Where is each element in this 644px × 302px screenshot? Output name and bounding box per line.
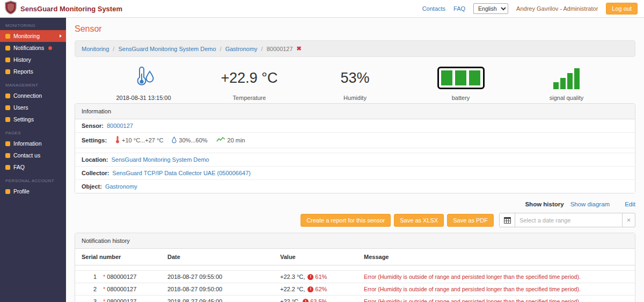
save-pdf-button[interactable]: Save as PDF <box>447 214 494 227</box>
sensor-status-row: 2018-08-31 13:15:00 +22.9 °C Temperature… <box>75 57 635 103</box>
signal-label: signal quality <box>514 95 619 101</box>
create-report-button[interactable]: Create a report for this sensor <box>301 214 391 227</box>
column-serial-number: Serial number <box>79 254 167 260</box>
settings-label: Settings: <box>82 137 107 143</box>
folder-icon <box>5 165 10 170</box>
serial-cell: *080000127 <box>103 274 167 280</box>
clear-date-icon[interactable]: × <box>623 213 635 227</box>
battery-indicator <box>437 67 485 89</box>
user-name[interactable]: Andrey Gavrilov - Administrator <box>516 5 598 12</box>
date-cell: 2018-08-27 09:45:00 <box>167 298 280 302</box>
date-range-input[interactable] <box>515 213 623 227</box>
value-cell: +22.3 °C, ! 61% <box>280 274 364 280</box>
column-date: Date <box>167 254 280 260</box>
temperature-range-setting: +10 °C...+27 °C <box>115 136 163 145</box>
message-cell: Error (Humidity is outside of range and … <box>364 274 631 280</box>
page-title: Sensor <box>75 24 635 34</box>
value-cell: +22.2 °C, ! 62% <box>280 286 364 292</box>
sidebar-item-label: History <box>13 56 31 63</box>
battery-bar <box>469 70 480 85</box>
sidebar-item-monitoring[interactable]: Monitoring <box>0 30 66 42</box>
sidebar-item-contact-us[interactable]: Contact us <box>0 149 66 161</box>
table-row[interactable]: 3 *080000127 2018-08-27 09:45:00 +22 °C,… <box>75 296 635 302</box>
contacts-link[interactable]: Contacts <box>422 5 445 12</box>
table-scroll-area[interactable]: 1 *080000127 2018-08-27 09:55:00 +22.3 °… <box>75 265 635 302</box>
sidebar-item-label: Notifications <box>13 45 44 51</box>
notification-history-panel: Notification history Serial number Date … <box>75 233 635 302</box>
calendar-icon-button[interactable] <box>499 213 515 227</box>
row-number: 1 <box>79 274 103 280</box>
object-link[interactable]: Gastronomy <box>105 183 137 190</box>
breadcrumb-demo[interactable]: SensGuard Monitoring System Demo <box>118 46 216 52</box>
status-battery-column: battery <box>408 64 514 101</box>
folder-icon <box>5 57 10 62</box>
top-bar: SensGuard Monitoring System Contacts FAQ… <box>0 0 644 18</box>
status-timestamp-column: 2018-08-31 13:15:00 <box>91 64 196 101</box>
folder-icon <box>5 141 10 146</box>
location-link[interactable]: SensGuard Monitoring System Demo <box>112 156 209 163</box>
breadcrumb-separator: / <box>261 46 263 52</box>
sidebar-item-information[interactable]: Information <box>0 138 66 149</box>
sidebar-item-profile[interactable]: Profile <box>0 185 66 197</box>
settings-row: Settings: +10 °C...+27 °C 30%...60% 20 m… <box>75 133 635 148</box>
notification-history-title: Notification history <box>75 233 635 249</box>
thermometer-icon <box>115 136 120 145</box>
sensor-id-link[interactable]: 80000127 <box>107 123 133 129</box>
sidebar-item-faq[interactable]: FAQ <box>0 161 66 173</box>
folder-icon <box>5 46 10 51</box>
faq-link[interactable]: FAQ <box>453 5 465 12</box>
sidebar-item-connection[interactable]: Connection <box>0 90 66 102</box>
folder-icon <box>5 153 10 158</box>
date-range-picker: × <box>499 213 635 227</box>
language-select[interactable]: English <box>473 3 508 14</box>
folder-icon <box>5 34 10 39</box>
sidebar-item-label: FAQ <box>13 164 25 170</box>
show-diagram-link[interactable]: Show diagram <box>570 201 610 207</box>
table-row[interactable]: 1 *080000127 2018-08-27 09:55:00 +22.3 °… <box>75 270 635 283</box>
sidebar-item-users[interactable]: Users <box>0 102 66 113</box>
status-signal-column: signal quality <box>514 64 619 101</box>
sidebar-section-management: MANAGEMENT <box>0 77 66 90</box>
breadcrumb-gastronomy[interactable]: Gastronomy <box>225 46 258 52</box>
logout-button[interactable]: Log out <box>606 3 638 15</box>
view-links-row: Show history Show diagram Edit <box>75 201 635 207</box>
information-panel-title: Information <box>75 104 635 119</box>
alert-icon: ! <box>303 299 309 302</box>
show-history-toggle[interactable]: Show history <box>525 201 564 207</box>
breadcrumb-monitoring[interactable]: Monitoring <box>82 46 109 52</box>
status-humidity-column: 53% Humidity <box>302 64 408 101</box>
alert-icon: ! <box>308 274 313 280</box>
sidebar-item-settings[interactable]: Settings <box>0 113 66 125</box>
information-panel: Information Sensor: 80000127 Settings: +… <box>75 103 635 193</box>
table-row[interactable]: 2 *080000127 2018-08-27 09:50:00 +22.2 °… <box>75 283 635 296</box>
shield-logo-icon <box>4 1 17 17</box>
collector-row: Collector: SensGuard TCP/IP Data Collect… <box>75 167 635 180</box>
app-logo: SensGuard Monitoring System <box>4 1 122 17</box>
sidebar-item-label: Reports <box>13 68 33 75</box>
column-message: Message <box>364 254 631 260</box>
breadcrumb-close-icon[interactable]: ✖ <box>297 45 302 52</box>
app-title: SensGuard Monitoring System <box>20 5 122 13</box>
breadcrumb-separator: / <box>220 46 222 52</box>
sidebar-section-personal-account: PERSONAL ACCOUNT <box>0 173 66 185</box>
sensor-row: Sensor: 80000127 <box>75 119 635 133</box>
status-timestamp: 2018-08-31 13:15:00 <box>91 95 196 101</box>
sidebar-item-label: Connection <box>13 92 42 99</box>
save-xlsx-button[interactable]: Save as XLSX <box>394 214 444 227</box>
main-content: Sensor Monitoring / SensGuard Monitoring… <box>66 18 644 302</box>
edit-link[interactable]: Edit <box>625 201 635 207</box>
sidebar-item-label: Settings <box>13 116 34 123</box>
breadcrumb-sensor-id: 80000127 <box>267 46 293 52</box>
collector-link[interactable]: SensGuard TCP/IP Data Collector UAE (050… <box>112 170 251 176</box>
collector-label: Collector: <box>82 170 109 176</box>
location-row: Location: SensGuard Monitoring System De… <box>75 153 635 167</box>
sidebar-item-history[interactable]: History <box>0 54 66 66</box>
temperature-value: +22.9 °C <box>221 64 277 91</box>
value-cell: +22 °C, ! 63.5% <box>280 298 364 302</box>
folder-icon <box>5 69 10 74</box>
sidebar-item-reports[interactable]: Reports <box>0 66 66 77</box>
folder-icon <box>5 105 10 110</box>
sidebar-item-notifications[interactable]: Notifications <box>0 42 66 54</box>
message-cell: Error (Humidity is outside of range and … <box>364 286 631 292</box>
sidebar-section-pages: PAGES <box>0 125 66 138</box>
